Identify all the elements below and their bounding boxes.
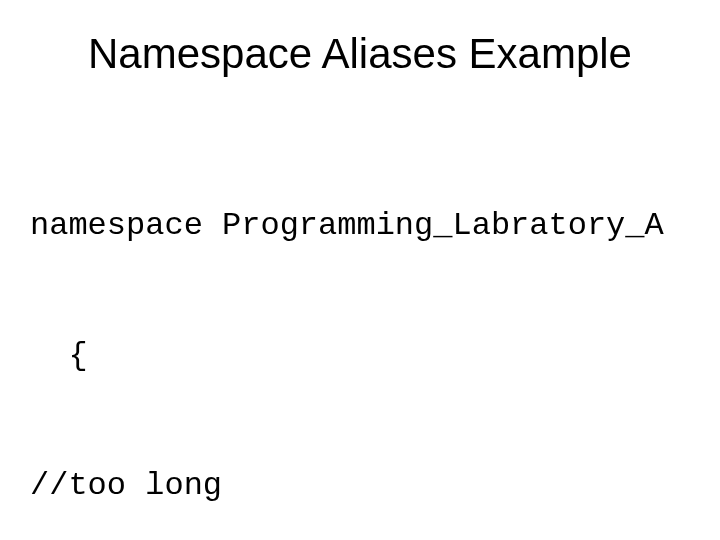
- slide: Namespace Aliases Example namespace Prog…: [0, 0, 720, 540]
- slide-title: Namespace Aliases Example: [30, 30, 690, 78]
- code-line: namespace Programming_Labratory_A: [30, 204, 690, 247]
- code-line: //too long: [30, 464, 690, 507]
- code-line: {: [30, 334, 690, 377]
- code-block-1: namespace Programming_Labratory_A { //to…: [30, 118, 690, 540]
